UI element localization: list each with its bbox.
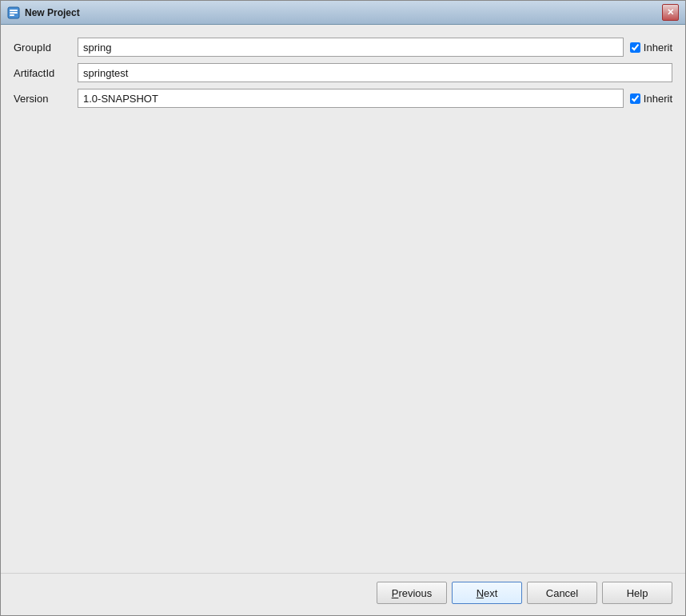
groupid-inherit-checkbox[interactable] xyxy=(630,42,640,53)
svg-rect-2 xyxy=(10,12,18,14)
groupid-label: GroupId xyxy=(14,42,78,54)
cancel-button[interactable]: Cancel xyxy=(527,582,597,604)
previous-label: Previous xyxy=(392,587,433,599)
button-bar: Previous Next Cancel Help xyxy=(1,573,685,615)
new-project-dialog: New Project ✕ GroupId Inherit ArtifactId xyxy=(0,0,686,616)
dialog-content: GroupId Inherit ArtifactId Version Inher… xyxy=(1,25,685,573)
version-input[interactable] xyxy=(78,89,624,108)
help-button[interactable]: Help xyxy=(602,582,672,604)
svg-rect-3 xyxy=(10,14,14,16)
version-row: Version Inherit xyxy=(14,89,672,108)
cancel-label: Cancel xyxy=(546,587,578,599)
form-area: GroupId Inherit ArtifactId Version Inher… xyxy=(14,38,672,108)
next-label: Next xyxy=(477,587,498,599)
window-title: New Project xyxy=(25,7,662,18)
window-icon xyxy=(7,6,20,19)
groupid-input[interactable] xyxy=(78,38,624,57)
version-label: Version xyxy=(14,93,78,105)
version-inherit-label[interactable]: Inherit xyxy=(630,93,672,105)
title-bar-buttons: ✕ xyxy=(662,4,679,21)
previous-button[interactable]: Previous xyxy=(377,582,447,604)
version-inherit-text: Inherit xyxy=(644,93,672,105)
version-inherit-checkbox[interactable] xyxy=(630,93,640,104)
artifactid-input[interactable] xyxy=(78,63,672,82)
artifactid-row: ArtifactId xyxy=(14,63,672,82)
help-label: Help xyxy=(627,587,648,599)
next-button[interactable]: Next xyxy=(452,582,522,604)
title-bar: New Project ✕ xyxy=(1,1,685,25)
groupid-row: GroupId Inherit xyxy=(14,38,672,57)
svg-rect-1 xyxy=(10,10,18,11)
close-button[interactable]: ✕ xyxy=(662,4,679,21)
artifactid-label: ArtifactId xyxy=(14,67,78,79)
groupid-inherit-label[interactable]: Inherit xyxy=(630,42,672,54)
content-spacer xyxy=(14,108,672,560)
groupid-inherit-text: Inherit xyxy=(644,42,672,54)
